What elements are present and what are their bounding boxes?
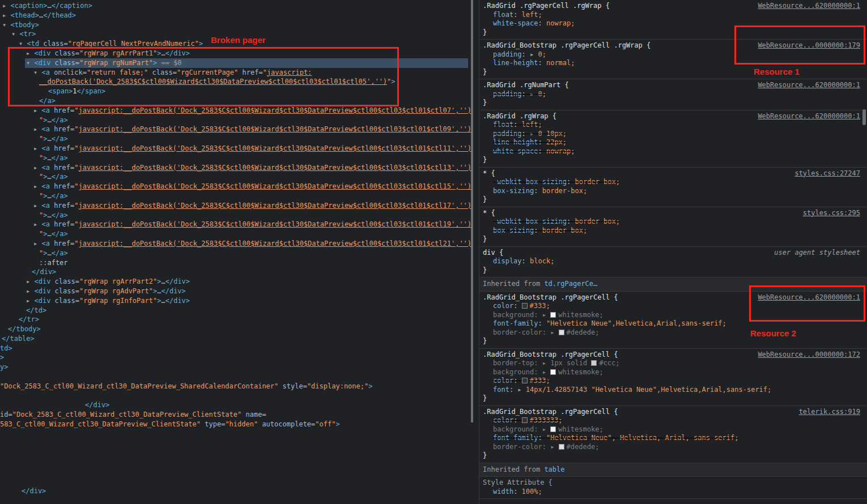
dom-line[interactable]: ▸ <thead>…</thead> [0,11,479,20]
dom-line[interactable]: ▸ <div class="rgWrap rgAdvPart">…</div> [0,287,479,296]
style-source-link[interactable]: styles.css:27247 [794,169,860,178]
elements-scrollbar-thumb[interactable] [471,0,473,422]
expand-arrow-icon[interactable]: ▸ [33,144,41,152]
dom-line[interactable]: ▸ <a href="javascript:__doPostBack('Dock… [0,182,479,191]
dom-line[interactable]: ">…</a> [0,191,479,201]
dom-line[interactable]: ▸ <caption>…</caption> [0,1,479,11]
expand-arrow-icon[interactable]: ▸ [26,277,34,285]
dom-line[interactable]: </tbody> [0,324,479,334]
color-swatch[interactable] [550,312,556,318]
style-property[interactable]: padding: ▸ 0; [483,50,860,59]
js-href-link[interactable]: javascript:__doPostBack('Dock_2583$C$ctl… [79,240,472,247]
dom-line[interactable]: > [0,353,479,362]
dom-line[interactable]: __doPostBack('Dock_2583$C$ctl00$Wizard$c… [0,77,479,87]
color-swatch[interactable] [550,369,556,375]
expand-arrow-icon[interactable]: ▸ [550,443,558,451]
js-href-link[interactable]: __doPostBack('Dock_2583$C$ctl00$Wizard$c… [39,78,387,86]
expand-arrow-icon[interactable]: ▸ [26,287,34,295]
dom-line[interactable]: ">…</a> [0,134,479,144]
style-property[interactable]: line-height: 22px; [483,138,860,147]
dom-line[interactable]: ">…</a> [0,116,479,125]
style-property[interactable]: box-sizing: border-box; [483,187,860,196]
dom-line[interactable]: ▸ <a href="javascript:__doPostBack('Dock… [0,106,479,116]
dom-line[interactable]: "Dock_2583_C_ctl00_Wizard_ctl30_DataPrev… [0,382,479,391]
dom-line[interactable]: ▸ <div class="rgWrap rgArrPart2">…</div> [0,277,479,287]
dom-line[interactable]: ">…</a> [0,249,479,258]
style-property[interactable]: white-space: nowrap; [483,147,860,156]
style-property[interactable]: -webkit-box-sizing: border-box; [483,178,860,187]
expand-arrow-icon[interactable]: ▸ [33,240,41,247]
style-selector[interactable]: div { [483,249,503,258]
expand-arrow-icon[interactable]: ▸ [542,425,550,433]
expand-arrow-icon[interactable]: ▸ [33,220,41,228]
expand-arrow-icon[interactable]: ▸ [530,90,538,98]
style-source-link[interactable]: styles.css:295 [803,209,860,218]
style-property[interactable]: background: ▸ whitesmoke; [483,311,860,320]
style-source-link[interactable]: WebResource...0000000:179 [758,41,860,50]
style-selector[interactable]: .RadGrid_Bootstrap .rgPagerCell .rgWrap … [483,41,651,50]
style-property[interactable]: float: left; [483,11,860,20]
js-href-link[interactable]: javascript:__doPostBack('Dock_2583$C$ctl… [79,182,472,190]
dom-line[interactable]: ">…</a> [0,211,479,220]
color-swatch[interactable] [522,303,528,309]
expand-arrow-icon[interactable]: ▸ [530,130,538,138]
expand-arrow-icon[interactable]: ▸ [26,297,34,305]
expand-arrow-icon[interactable]: ▸ [530,50,538,58]
style-property[interactable]: padding: ▸ 0; [483,90,860,99]
style-selector[interactable]: .RadGrid_Bootstrap .rgPagerCell { [483,293,618,302]
expand-arrow-icon[interactable]: ▾ [11,30,19,38]
expand-arrow-icon[interactable]: ▸ [550,328,558,336]
expand-arrow-icon[interactable]: ▸ [517,386,525,394]
style-property[interactable]: border-top: ▸ 1px solid #ccc; [483,359,860,368]
dom-line[interactable]: ▾ <div class="rgWrap rgNumPart"> == $0 [0,58,479,68]
style-property[interactable]: -webkit-box-sizing: border-box; [483,217,860,227]
dom-line[interactable]: ▸ <a href="javascript:__doPostBack('Dock… [0,163,479,173]
js-href-link[interactable]: javascript:__doPostBack('Dock_2583$C$ctl… [79,144,472,152]
style-source-link[interactable]: WebResource...620000000:1 [758,81,860,90]
expand-arrow-icon[interactable]: ▾ [33,69,41,76]
style-property[interactable]: border-color: ▸ #dedede; [483,328,860,338]
style-selector[interactable]: Style Attribute { [483,479,552,488]
style-property[interactable]: font-family: "Helvetica Neue",Helvetica,… [483,319,860,328]
expand-arrow-icon[interactable]: ▸ [33,182,41,190]
style-selector[interactable]: .RadGrid_Bootstrap .rgPagerCell { [483,408,618,417]
expand-arrow-icon[interactable]: ▸ [2,2,10,10]
style-selector[interactable]: .RadGrid_Bootstrap .rgPagerCell { [483,351,618,360]
style-property[interactable]: line-height: normal; [483,59,860,68]
dom-line[interactable]: </td> [0,306,479,315]
style-selector[interactable]: * { [483,209,495,218]
dom-line[interactable]: 583_C_ctl00_Wizard_ctl30_DataPreview_Cli… [0,420,479,429]
style-property[interactable]: color: #333333; [483,416,860,425]
style-property[interactable]: font-family: "Helvetica Neue", Helvetica… [483,434,860,443]
inherited-ref[interactable]: td.rgPagerCe… [544,280,597,288]
dom-line[interactable]: </a> [0,96,479,106]
dom-line[interactable]: ">…</a> [0,229,479,239]
dom-line[interactable]: </tr> [0,315,479,324]
style-selector[interactable]: .RadGrid .rgWrap { [483,112,556,121]
style-source-link[interactable]: telerik.css:919 [799,408,860,417]
style-property[interactable]: box-sizing: border-box; [483,227,860,236]
expand-arrow-icon[interactable]: ▾ [26,59,34,67]
style-property[interactable]: color: #333; [483,302,860,311]
style-selector[interactable]: .RadGrid .rgPagerCell .rgWrap { [483,2,610,11]
js-href-link[interactable]: javascript:__doPostBack('Dock_2583$C$ctl… [79,125,472,133]
style-selector[interactable]: * { [483,169,495,178]
expand-arrow-icon[interactable]: ▾ [19,40,27,48]
color-swatch[interactable] [522,378,528,383]
dom-line[interactable]: <span>1</span> [0,87,479,96]
color-swatch[interactable] [559,444,564,450]
dom-line[interactable]: ">…</a> [0,153,479,163]
dom-line[interactable]: </div> [0,400,479,410]
style-source-link[interactable]: WebResource...620000000:1 [758,112,860,121]
style-property[interactable]: background: ▸ whitesmoke; [483,425,860,434]
dom-line[interactable]: ▸ <a href="javascript:__doPostBack('Dock… [0,239,479,249]
dom-line[interactable]: </div> [0,267,479,277]
styles-scrollbar-thumb[interactable] [862,109,866,125]
expand-arrow-icon[interactable]: ▸ [33,202,41,210]
style-source-link[interactable]: WebResource...620000000:1 [758,2,860,11]
js-href-link[interactable]: javascript: [267,69,312,76]
style-property[interactable]: float: left; [483,121,860,130]
dom-line[interactable]: ▾ <a onclick="return false;" class="rgCu… [0,68,479,78]
color-swatch[interactable] [550,426,556,432]
js-href-link[interactable]: javascript:__doPostBack('Dock_2583$C$ctl… [79,202,472,210]
